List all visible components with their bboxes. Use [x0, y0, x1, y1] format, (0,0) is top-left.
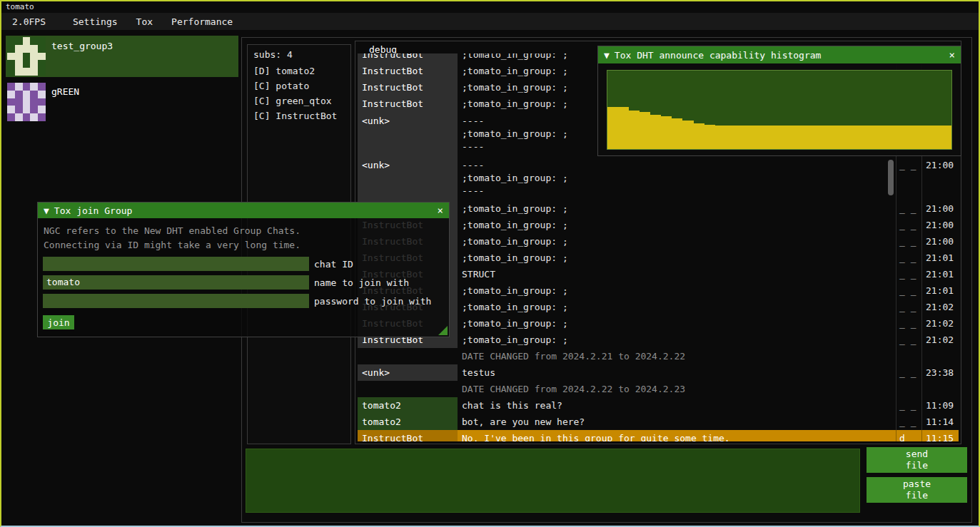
- system-row: DATE CHANGED from 2024.2.22 to 2024.2.23: [358, 381, 959, 397]
- name-to-join-with-input[interactable]: tomato: [43, 275, 309, 290]
- system-text: DATE CHANGED from 2024.2.22 to 2024.2.23: [458, 381, 896, 397]
- subs-item[interactable]: [C] green_qtox: [248, 93, 350, 108]
- histogram-bar: [812, 126, 822, 149]
- join-info-line: Connecting via ID might take a very long…: [44, 238, 443, 252]
- sender-cell: [358, 381, 458, 397]
- histogram-window-title: Tox DHT announce capability histogram: [615, 50, 822, 61]
- histogram-bar: [726, 126, 737, 149]
- subs-list: [D] tomato2[C] potato[C] green_qtox[C] I…: [248, 63, 350, 123]
- message-text: ;tomato_in_group: ;: [458, 315, 896, 332]
- message-text: ;tomato_in_group: ;: [458, 282, 896, 299]
- subs-item[interactable]: [C] potato: [248, 78, 350, 93]
- sender-cell: [358, 348, 458, 364]
- resize-grip[interactable]: [438, 326, 448, 335]
- message-text: ;tomato_in_group: ;: [458, 200, 896, 217]
- histogram-bar: [833, 126, 844, 149]
- menu-item-tox[interactable]: Tox: [127, 14, 162, 29]
- histogram-bar: [866, 126, 877, 149]
- timestamp: 21:02: [921, 299, 959, 315]
- close-icon[interactable]: ×: [438, 205, 443, 216]
- flags-cell: _ _: [896, 332, 921, 348]
- timestamp: 11:15: [921, 430, 959, 441]
- group-item-gREEN[interactable]: gREEN: [6, 81, 238, 123]
- name-to-join-with-label: name to join with: [314, 277, 409, 288]
- histogram-bar: [854, 126, 865, 149]
- sender-cell: <unk>: [358, 364, 458, 381]
- time-cell: [921, 348, 959, 364]
- histogram-bar: [682, 121, 693, 149]
- join-info-lines: NGC refers to the New DHT enabled Group …: [38, 224, 449, 252]
- close-icon[interactable]: ×: [949, 49, 955, 61]
- time-cell: [921, 381, 959, 397]
- join-group-window: ▼ Tox join Group × NGC refers to the New…: [37, 202, 450, 337]
- histogram-bar: [822, 126, 833, 149]
- histogram-bar: [607, 107, 618, 149]
- flags-cell: _ _: [896, 364, 921, 381]
- message-row[interactable]: <unk>---- ;tomato_in_group: ; ----_ _21:…: [358, 156, 959, 200]
- message-text: STRUCT: [458, 266, 896, 282]
- histogram-window-titlebar[interactable]: ▼ Tox DHT announce capability histogram …: [598, 46, 961, 63]
- message-text: testus: [458, 364, 896, 381]
- histogram-bar: [769, 126, 779, 149]
- join-info-line: NGC refers to the New DHT enabled Group …: [44, 224, 443, 238]
- subs-header: subs: 4: [248, 45, 350, 63]
- chat-scrollbar[interactable]: [888, 160, 894, 195]
- collapse-arrow-icon[interactable]: ▼: [604, 50, 610, 61]
- histogram-bar: [661, 116, 672, 149]
- timestamp: 11:14: [921, 414, 959, 430]
- histogram-bar: [758, 126, 769, 149]
- flags-cell: _ _: [896, 250, 921, 266]
- join-window-title: Tox join Group: [54, 205, 133, 216]
- sender-cell: <unk>: [358, 112, 458, 156]
- subs-item[interactable]: [D] tomato2: [248, 63, 350, 78]
- paste-file-button[interactable]: paste file: [867, 477, 967, 503]
- message-row[interactable]: tomato2chat is this real?_ _11:09: [358, 397, 959, 414]
- menu-item-performance[interactable]: Performance: [162, 14, 242, 29]
- histogram-chart: [607, 70, 952, 150]
- menu-item-settings[interactable]: Settings: [64, 14, 127, 29]
- join-field-row: chat ID: [43, 257, 449, 271]
- histogram-bar: [715, 126, 726, 149]
- timestamp: 21:02: [921, 332, 959, 348]
- send-file-button[interactable]: send file: [867, 447, 967, 473]
- group-label: test_group3: [51, 41, 113, 76]
- system-text: DATE CHANGED from 2024.2.21 to 2024.2.22: [458, 348, 896, 364]
- chat-id-input[interactable]: [43, 257, 309, 271]
- histogram-bar: [694, 123, 704, 149]
- password-to-join-with-input[interactable]: [43, 294, 309, 308]
- message-row[interactable]: tomato2bot, are you new here?_ _11:14: [358, 414, 959, 430]
- join-button[interactable]: join: [43, 315, 74, 329]
- message-text: bot, are you new here?: [458, 414, 896, 430]
- histogram-bar: [737, 126, 747, 149]
- sender-cell: InstructBot: [358, 63, 458, 79]
- message-text: No, I've been in this group for quite so…: [458, 430, 896, 441]
- join-window-titlebar[interactable]: ▼ Tox join Group ×: [38, 203, 449, 218]
- flags-cell: _ _: [896, 282, 921, 299]
- message-text: ---- ;tomato_in_group: ; ----: [458, 156, 896, 200]
- group-item-test_group3[interactable]: test_group3: [6, 36, 238, 77]
- timestamp: 21:01: [921, 250, 959, 266]
- timestamp: 21:00: [921, 200, 959, 217]
- join-field-row: tomatoname to join with: [43, 275, 449, 290]
- system-row: DATE CHANGED from 2024.2.21 to 2024.2.22: [358, 348, 959, 364]
- sender-cell: <unk>: [358, 156, 458, 200]
- message-input[interactable]: [246, 449, 860, 513]
- histogram-bar: [887, 126, 898, 149]
- menu-item-2-0fps[interactable]: 2.0FPS: [3, 14, 55, 29]
- sender-cell: InstructBot: [358, 96, 458, 112]
- collapse-arrow-icon[interactable]: ▼: [44, 205, 49, 216]
- timestamp: 21:00: [921, 233, 959, 250]
- histogram-bar: [930, 126, 941, 149]
- histogram-bar: [801, 126, 812, 149]
- histogram-bar: [790, 126, 801, 149]
- timestamp: 21:01: [921, 266, 959, 282]
- message-text: chat is this real?: [458, 397, 896, 414]
- message-text: ;tomato_in_group: ;: [458, 250, 896, 266]
- group-avatar: [7, 83, 46, 121]
- subs-item[interactable]: [C] InstructBot: [248, 108, 350, 123]
- histogram-bar: [704, 125, 715, 149]
- message-row[interactable]: <unk>testus_ _23:38: [358, 364, 959, 381]
- timestamp: 11:09: [921, 397, 959, 414]
- message-row[interactable]: InstructBotNo, I've been in this group f…: [358, 430, 959, 441]
- histogram-bar: [941, 126, 951, 149]
